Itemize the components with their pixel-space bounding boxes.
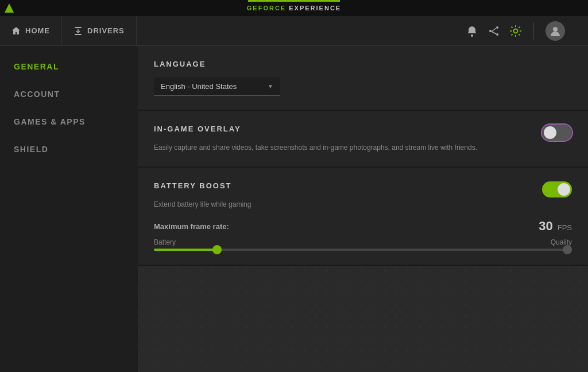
settings-button[interactable] — [509, 25, 522, 37]
svg-point-4 — [496, 26, 498, 29]
overlay-toggle-bg — [542, 125, 572, 141]
battery-boost-section: BATTERY BOOST Extend battery life while … — [138, 168, 588, 266]
overlay-toggle-row: IN-GAME OVERLAY Easily capture and share… — [154, 125, 572, 153]
share-button[interactable] — [488, 25, 500, 37]
sidebar-item-general[interactable]: GENERAL — [0, 53, 138, 80]
svg-point-3 — [471, 34, 473, 37]
app-title: GEFORCE EXPERIENCE — [247, 5, 341, 11]
battery-title: BATTERY BOOST — [154, 181, 542, 190]
green-accent-bar — [248, 0, 340, 2]
titlebar: GEFORCE EXPERIENCE — [0, 0, 588, 16]
svg-line-7 — [492, 28, 496, 32]
avatar[interactable] — [546, 21, 565, 41]
svg-rect-2 — [75, 34, 82, 35]
slider-thumb-right[interactable] — [563, 245, 572, 254]
overlay-toggle-knob — [544, 126, 556, 139]
svg-line-8 — [492, 32, 496, 34]
fps-display: 30 FPS — [539, 219, 572, 234]
nav-drivers[interactable]: DRIVERS — [62, 16, 137, 45]
overlay-text: IN-GAME OVERLAY Easily capture and share… — [154, 125, 542, 153]
sidebar: GENERAL ACCOUNT GAMES & APPS SHIELD — [0, 46, 138, 372]
nav-actions — [466, 21, 588, 41]
svg-point-10 — [553, 27, 558, 32]
download-icon — [74, 26, 83, 36]
in-game-overlay-section: IN-GAME OVERLAY Easily capture and share… — [138, 111, 588, 168]
language-title: LANGUAGE — [154, 60, 572, 68]
main-layout: GENERAL ACCOUNT GAMES & APPS SHIELD LANG… — [0, 46, 588, 372]
svg-point-9 — [514, 29, 518, 33]
sidebar-item-shield[interactable]: SHIELD — [0, 135, 138, 163]
battery-toggle-row: BATTERY BOOST Extend battery life while … — [154, 181, 572, 210]
battery-toggle-knob — [558, 183, 570, 196]
overlay-toggle[interactable] — [542, 125, 572, 141]
home-icon — [11, 26, 21, 36]
sidebar-item-account[interactable]: ACCOUNT — [0, 80, 138, 108]
battery-description: Extend battery life while gaming — [154, 199, 510, 210]
battery-toggle[interactable] — [542, 181, 572, 197]
nvidia-icon — [5, 3, 14, 13]
content-area: LANGUAGE English - United States ▼ IN-GA… — [138, 46, 588, 372]
chevron-down-icon: ▼ — [268, 83, 273, 90]
svg-point-5 — [489, 30, 492, 32]
slider-fill — [154, 249, 216, 251]
nav-divider — [533, 22, 534, 40]
nav-home[interactable]: HOME — [0, 16, 62, 45]
battery-text: BATTERY BOOST Extend battery life while … — [154, 181, 542, 210]
language-section: LANGUAGE English - United States ▼ — [138, 46, 588, 111]
navbar: HOME DRIVERS — [0, 16, 588, 46]
sidebar-item-games-apps[interactable]: GAMES & APPS — [0, 108, 138, 135]
battery-toggle-bg — [542, 181, 572, 197]
overlay-description: Easily capture and share videos, take sc… — [154, 142, 510, 153]
svg-rect-1 — [75, 27, 82, 28]
svg-point-6 — [496, 33, 498, 36]
language-dropdown[interactable]: English - United States ▼ — [154, 78, 280, 96]
notifications-button[interactable] — [466, 25, 478, 37]
overlay-title: IN-GAME OVERLAY — [154, 125, 542, 133]
fps-label-text: Maximum frame rate: — [154, 221, 229, 231]
battery-slider-section: Battery Quality — [154, 238, 572, 251]
svg-marker-0 — [5, 3, 14, 13]
fps-slider[interactable] — [154, 249, 572, 251]
fps-row: Maximum frame rate: 30 FPS — [154, 219, 572, 234]
slider-thumb-left[interactable] — [212, 245, 222, 254]
